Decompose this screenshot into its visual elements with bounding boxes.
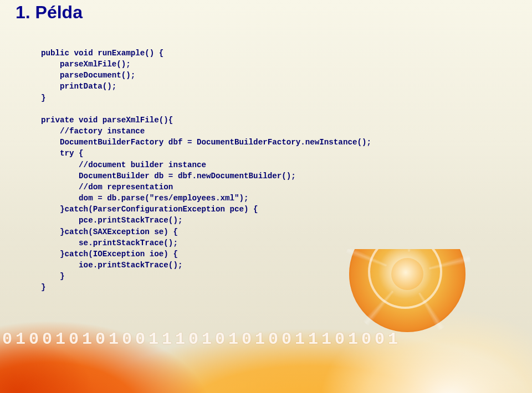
code-line: //factory instance <box>41 127 145 136</box>
code-line: parseXmlFile(); <box>41 60 131 69</box>
code-line: dom = db.parse("res/employees.xml"); <box>41 194 249 203</box>
flare-icon <box>0 304 144 393</box>
code-line: DocumentBuilderFactory dbf = DocumentBui… <box>41 138 371 147</box>
code-line: ioe.printStackTrace(); <box>41 261 182 270</box>
code-line: public void runExample() { <box>41 49 163 58</box>
code-line: private void parseXmlFile(){ <box>41 116 173 125</box>
code-line: } <box>41 94 46 102</box>
slide: 1. Példa public void runExample() { pars… <box>0 0 532 393</box>
code-line: DocumentBuilder db = dbf.newDocumentBuil… <box>41 172 296 180</box>
disc-core-icon <box>391 258 423 290</box>
code-line: se.printStackTrace(); <box>41 239 178 247</box>
code-line: } <box>41 283 46 292</box>
code-line: }catch(IOException ioe) { <box>41 250 178 258</box>
slide-title: 1. Példa <box>16 2 83 23</box>
wave-icon <box>0 280 377 393</box>
binary-text: 1010010101001110101010011101001 <box>0 330 532 349</box>
wave-icon <box>72 296 532 393</box>
code-line: try { <box>41 149 84 158</box>
disc-ring-icon <box>368 249 442 309</box>
code-line: //dom representation <box>41 183 173 192</box>
code-line: } <box>41 272 65 281</box>
code-block: public void runExample() { parseXmlFile(… <box>41 48 371 293</box>
code-line: }catch(ParserConfigurationException pce)… <box>41 205 258 214</box>
code-line: printData(); <box>41 82 116 91</box>
code-line: parseDocument(); <box>41 71 135 80</box>
code-line: //document builder instance <box>41 161 206 169</box>
code-line: pce.printStackTrace(); <box>41 216 182 225</box>
code-line: }catch(SAXException se) { <box>41 227 178 236</box>
